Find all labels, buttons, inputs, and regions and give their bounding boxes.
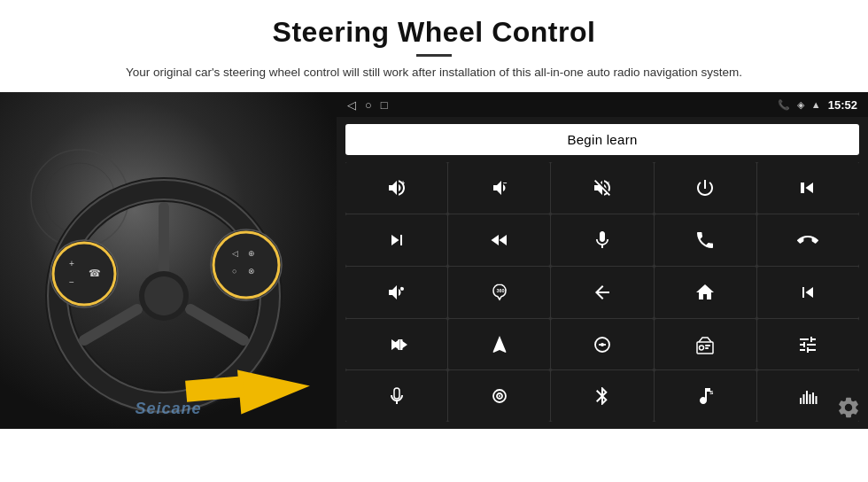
svg-rect-35 — [705, 347, 709, 349]
svg-text:+: + — [69, 259, 74, 268]
hang-up-icon — [797, 229, 818, 251]
svg-text:⊗: ⊗ — [248, 267, 255, 276]
prev-skip-icon — [797, 177, 818, 198]
svg-rect-45 — [812, 393, 814, 404]
begin-learn-button[interactable]: Begin learn — [345, 124, 859, 155]
back-nav-icon[interactable]: ◁ — [347, 98, 356, 112]
back-icon — [592, 282, 613, 303]
svg-text:◁: ◁ — [232, 249, 238, 258]
ctrl-home[interactable] — [655, 267, 756, 318]
gear-icon-container[interactable] — [836, 395, 861, 424]
svg-text:+: + — [401, 180, 405, 186]
ctrl-hang-up[interactable] — [757, 214, 859, 266]
svg-text:360°: 360° — [496, 288, 506, 293]
svg-rect-46 — [816, 396, 818, 404]
status-bar: ◁ ○ □ 📞 ◈ ▲ 15:52 — [337, 92, 868, 117]
svg-point-11 — [50, 240, 118, 307]
content-area: + − ☎ ◁ ⊕ ○ ⊗ Seicane — [0, 92, 868, 429]
svg-rect-42 — [803, 394, 805, 404]
time-display: 15:52 — [828, 98, 857, 112]
vol-down-icon: − — [489, 177, 510, 198]
phone-icon — [694, 229, 716, 251]
radio-icon — [694, 334, 716, 355]
android-panel: ◁ ○ □ 📞 ◈ ▲ 15:52 Begin learn — [337, 92, 868, 429]
ctrl-source[interactable] — [448, 370, 550, 422]
ctrl-vol-down[interactable]: − — [448, 162, 550, 214]
360-icon: 360° — [489, 281, 510, 302]
svg-rect-41 — [800, 398, 802, 404]
ctrl-eq[interactable] — [551, 319, 653, 370]
power-icon — [694, 177, 716, 198]
subtitle-text: Your original car's steering wheel contr… — [89, 64, 779, 82]
svg-text:−: − — [69, 277, 74, 287]
skip-bwd-icon — [797, 282, 818, 303]
voice-icon — [386, 385, 407, 407]
steering-wheel-panel: + − ☎ ◁ ⊕ ○ ⊗ Seicane — [0, 92, 337, 429]
wifi-icon: ▲ — [811, 99, 821, 110]
ctrl-mute[interactable]: × — [551, 162, 653, 214]
nav-icons: ◁ ○ □ — [347, 98, 388, 112]
seek-bwd-icon — [489, 229, 510, 251]
speaker-icon — [386, 282, 407, 303]
ctrl-skip-bwd[interactable] — [757, 267, 859, 318]
recents-nav-icon[interactable]: □ — [381, 98, 388, 112]
android-panel-wrapper: ◁ ○ □ 📞 ◈ ▲ 15:52 Begin learn — [337, 92, 868, 429]
bluetooth-icon — [592, 385, 613, 407]
status-right: 📞 ◈ ▲ 15:52 — [778, 98, 857, 112]
steering-wheel-svg: + − ☎ ◁ ⊕ ○ ⊗ — [0, 92, 337, 429]
svg-point-31 — [601, 343, 604, 346]
ctrl-seek-bwd[interactable] — [448, 214, 550, 266]
svg-point-39 — [499, 395, 500, 397]
360-label: 360° — [489, 281, 510, 304]
svg-text:☎: ☎ — [89, 268, 101, 278]
svg-point-10 — [144, 276, 183, 315]
ctrl-power[interactable] — [655, 162, 756, 214]
title-divider — [416, 54, 452, 57]
svg-text:⊕: ⊕ — [248, 249, 255, 258]
page-title: Steering Wheel Control — [53, 16, 815, 49]
ctrl-speaker[interactable] — [345, 267, 447, 318]
home-icon — [694, 282, 716, 303]
location-icon: ◈ — [797, 99, 804, 111]
ctrl-next[interactable] — [345, 214, 447, 266]
phone-icon: 📞 — [778, 99, 790, 111]
ff-icon — [386, 334, 407, 355]
mute-icon: × — [592, 177, 613, 198]
svg-text:−: − — [503, 179, 508, 187]
svg-rect-34 — [705, 345, 710, 346]
mic-icon — [592, 229, 613, 251]
ctrl-360[interactable]: 360° — [448, 267, 550, 318]
nav-icon — [489, 334, 510, 355]
page-wrapper: Steering Wheel Control Your original car… — [0, 0, 868, 482]
vol-up-icon: + — [386, 177, 407, 198]
svg-text:s: s — [709, 388, 714, 396]
seicane-watermark: Seicane — [135, 400, 201, 418]
ctrl-prev-skip[interactable] — [757, 162, 859, 214]
ctrl-back[interactable] — [551, 267, 653, 318]
ctrl-tune[interactable] — [757, 319, 859, 370]
ctrl-vol-up[interactable]: + — [345, 162, 447, 214]
source-icon — [489, 385, 510, 407]
music-icon: s — [694, 385, 716, 407]
settings-gear-icon[interactable] — [836, 395, 861, 420]
ctrl-mic[interactable] — [551, 214, 653, 266]
ctrl-ff[interactable] — [345, 319, 447, 370]
svg-rect-44 — [810, 394, 811, 404]
ctrl-phone[interactable] — [655, 214, 756, 266]
begin-learn-row: Begin learn — [337, 117, 868, 162]
next-icon — [386, 229, 407, 251]
svg-rect-43 — [806, 391, 808, 404]
svg-point-16 — [211, 229, 282, 300]
eq-icon — [592, 334, 613, 355]
ctrl-bluetooth[interactable] — [551, 370, 653, 422]
ctrl-radio[interactable] — [655, 319, 756, 370]
controls-grid: + − × — [345, 162, 859, 422]
ctrl-music[interactable]: s — [655, 370, 756, 422]
ctrl-nav[interactable] — [448, 319, 550, 370]
header-section: Steering Wheel Control Your original car… — [0, 0, 868, 89]
tune-icon — [797, 334, 818, 355]
ctrl-voice[interactable] — [345, 370, 447, 422]
spectrum-icon — [797, 385, 818, 407]
home-nav-icon[interactable]: ○ — [365, 98, 372, 112]
svg-point-33 — [700, 346, 704, 350]
